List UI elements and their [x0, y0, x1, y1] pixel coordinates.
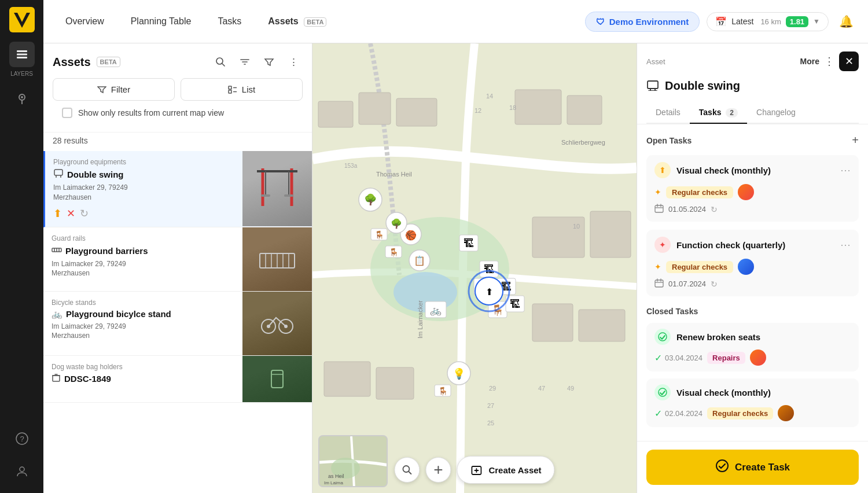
tag-refresh-icon[interactable]: ↻ — [80, 207, 89, 220]
asset-image — [242, 292, 312, 355]
assignee-avatar — [778, 405, 794, 421]
closed-task-renew-seats[interactable]: Renew broken seats ✓ 03.04.2024 Repairs — [646, 323, 859, 371]
right-panel-label: Asset — [646, 57, 665, 66]
svg-text:📋: 📋 — [414, 255, 425, 266]
sidebar-bottom: ? — [9, 426, 35, 486]
closed-task-visual-check[interactable]: Visual check (monthly) ✓ 02.04.2024 Regu… — [646, 378, 859, 427]
filter-toggle-button[interactable]: Filter — [53, 78, 175, 101]
svg-point-126 — [659, 333, 667, 341]
asset-category: Dog waste bag holders — [52, 363, 234, 371]
task-card-function-check[interactable]: ✦ Function check (quarterly) ⋯ ✦ Regular… — [646, 230, 859, 296]
calendar-date-icon — [654, 204, 664, 215]
search-button[interactable] — [211, 53, 230, 71]
task-regular-checks-tag: Regular checks — [666, 261, 733, 273]
svg-point-127 — [659, 388, 667, 396]
filter-button[interactable] — [260, 53, 278, 71]
nav-planning-table[interactable]: Planning Table — [120, 10, 202, 32]
map-add-button[interactable] — [425, 457, 451, 483]
assets-panel-title: Assets — [53, 56, 91, 69]
regular-checks-tag: Regular checks — [707, 407, 773, 420]
tab-details[interactable]: Details — [646, 102, 690, 124]
panel-title-icon — [646, 78, 659, 94]
panel-options-button[interactable]: ⋮ — [824, 55, 834, 68]
closed-task-meta: ✓ 03.04.2024 Repairs — [654, 349, 851, 366]
map-area[interactable]: Schlierbergweg Im Laimacker Thomas Heil … — [312, 43, 637, 493]
task-card-visual-check[interactable]: ⬆ Visual check (monthly) ⋯ ✦ Regular che… — [646, 155, 859, 222]
asset-address: Im Laimacker 29, 79249 Merzhausen — [53, 183, 234, 203]
svg-point-10 — [216, 58, 223, 64]
create-task-button[interactable]: Create Task — [646, 450, 859, 485]
tag-yellow-icon[interactable]: ⬆ — [53, 207, 62, 220]
notification-bell-button[interactable]: 🔔 — [836, 11, 856, 32]
svg-rect-2 — [17, 50, 27, 52]
task-title: Visual check (monthly) — [676, 165, 771, 175]
sort-button[interactable] — [236, 53, 254, 71]
svg-text:Schlierbergweg: Schlierbergweg — [561, 139, 605, 146]
user-icon[interactable] — [9, 458, 35, 484]
nav-tasks[interactable]: Tasks — [207, 10, 252, 32]
tag-red-icon[interactable]: ✕ — [67, 207, 75, 220]
check-icon: ✓ — [654, 352, 662, 363]
svg-rect-114 — [648, 81, 658, 89]
check-icon: ✓ — [654, 408, 662, 419]
asset-name: DDSC-1849 — [52, 373, 234, 384]
tasks-badge: 2 — [726, 108, 738, 117]
svg-rect-48 — [359, 93, 391, 124]
svg-rect-12 — [229, 90, 231, 93]
dropdown-arrow-icon: ▼ — [813, 17, 820, 25]
assets-beta-badge: BETA — [304, 17, 326, 27]
tab-tasks[interactable]: Tasks 2 — [690, 102, 747, 124]
task-card-header: ⬆ Visual check (monthly) ⋯ — [654, 162, 851, 178]
svg-text:as Heil: as Heil — [328, 473, 344, 479]
current-map-view-checkbox[interactable] — [62, 108, 72, 118]
right-panel-actions: More ⋮ ✕ — [800, 51, 859, 71]
close-panel-button[interactable]: ✕ — [839, 51, 859, 71]
svg-text:🚲: 🚲 — [430, 305, 442, 316]
assignee-avatar — [738, 184, 754, 200]
map-search-button[interactable] — [394, 457, 420, 483]
asset-item-playground-barriers[interactable]: Guard rails Playground barriers Im Laima… — [43, 227, 312, 292]
top-nav: Overview Planning Table Tasks Assets BET… — [43, 0, 868, 43]
asset-item-info: Guard rails Playground barriers Im Laima… — [43, 227, 242, 291]
current-map-view-checkbox-row: Show only results from current map view — [53, 101, 303, 125]
map-pin-icon[interactable] — [9, 86, 35, 112]
assignee-avatar — [738, 259, 754, 275]
task-options-button[interactable]: ⋯ — [840, 164, 851, 176]
nav-assets[interactable]: Assets BETA — [258, 10, 337, 32]
map-thumbnail[interactable]: as Heil Im Laima — [318, 435, 388, 487]
star-icon: ✦ — [654, 262, 661, 271]
task-complete-icon — [654, 329, 671, 345]
create-asset-button[interactable]: Create Asset — [457, 456, 554, 484]
asset-image — [242, 151, 312, 227]
help-icon[interactable]: ? — [9, 426, 35, 451]
nav-overview[interactable]: Overview — [55, 10, 115, 32]
svg-text:49: 49 — [567, 385, 574, 392]
more-button[interactable]: More — [800, 57, 819, 66]
svg-rect-0 — [9, 7, 35, 32]
closed-task-title: Renew broken seats — [676, 332, 760, 342]
asset-name: Double swing — [53, 168, 234, 181]
assets-panel-header: Assets BETA ⋮ Filter — [43, 43, 312, 133]
asset-item-double-swing[interactable]: Playground equipments Double swing Im La… — [43, 151, 312, 227]
svg-rect-57 — [579, 310, 625, 341]
add-task-button[interactable]: + — [852, 134, 859, 147]
tab-changelog[interactable]: Changelog — [747, 102, 805, 124]
task-status-yellow-icon: ⬆ — [654, 162, 671, 178]
asset-category: Guard rails — [52, 234, 234, 242]
closed-task-title: Visual check (monthly) — [676, 388, 771, 398]
list-toggle-button[interactable]: List — [181, 78, 303, 101]
latest-pill[interactable]: 📅 Latest 16 km 1.81 ▼ — [707, 12, 829, 31]
asset-category: Playground equipments — [53, 158, 234, 166]
task-options-button[interactable]: ⋯ — [840, 238, 851, 251]
layers-icon[interactable] — [9, 42, 35, 67]
demo-environment-button[interactable]: 🛡 Demo Environment — [585, 12, 700, 32]
asset-item-bicycle-stand[interactable]: Bicycle stands 🚲 Playground bicylce stan… — [43, 292, 312, 356]
svg-text:27: 27 — [487, 402, 494, 409]
asset-item-dog-waste[interactable]: Dog waste bag holders DDSC-1849 — [43, 356, 312, 403]
trash-icon — [52, 373, 61, 384]
create-task-bar: Create Task — [637, 441, 868, 493]
more-options-button[interactable]: ⋮ — [284, 53, 303, 71]
svg-rect-55 — [376, 367, 414, 399]
calendar-icon: 📅 — [715, 16, 727, 27]
app-logo[interactable] — [9, 7, 35, 32]
